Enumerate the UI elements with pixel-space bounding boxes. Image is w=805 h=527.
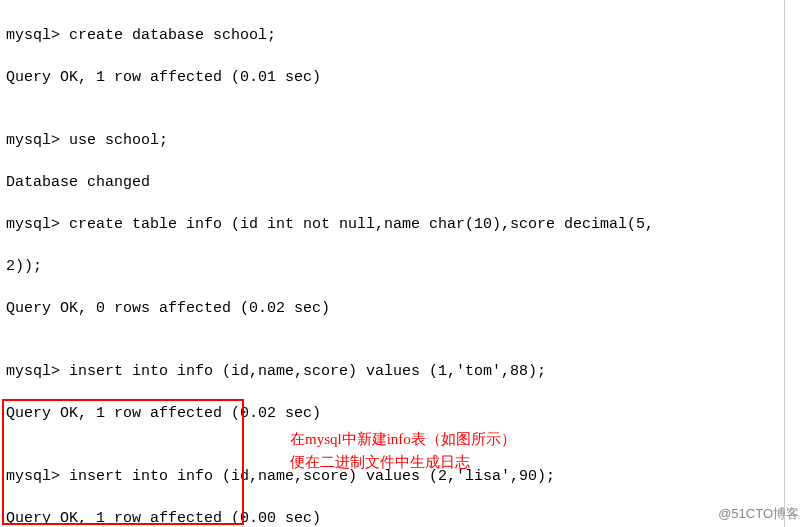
terminal-line: Query OK, 1 row affected (0.01 sec)	[6, 67, 799, 88]
terminal-line: 2));	[6, 256, 799, 277]
annotation-line: 在mysql中新建info表（如图所示）	[290, 428, 516, 451]
terminal-line: Query OK, 0 rows affected (0.02 sec)	[6, 298, 799, 319]
vertical-rule	[784, 0, 785, 527]
terminal-line: mysql> create table info (id int not nul…	[6, 214, 799, 235]
annotation-line: 便在二进制文件中生成日志	[290, 451, 516, 474]
watermark-text: @51CTO博客	[718, 505, 799, 523]
terminal-line: Query OK, 1 row affected (0.02 sec)	[6, 403, 799, 424]
terminal-line: mysql> insert into info (id,name,score) …	[6, 361, 799, 382]
terminal-line: mysql> use school;	[6, 130, 799, 151]
terminal-line: Database changed	[6, 172, 799, 193]
terminal-line: mysql> create database school;	[6, 25, 799, 46]
terminal-line: Query OK, 1 row affected (0.00 sec)	[6, 508, 799, 527]
annotation-text: 在mysql中新建info表（如图所示） 便在二进制文件中生成日志	[290, 428, 516, 473]
